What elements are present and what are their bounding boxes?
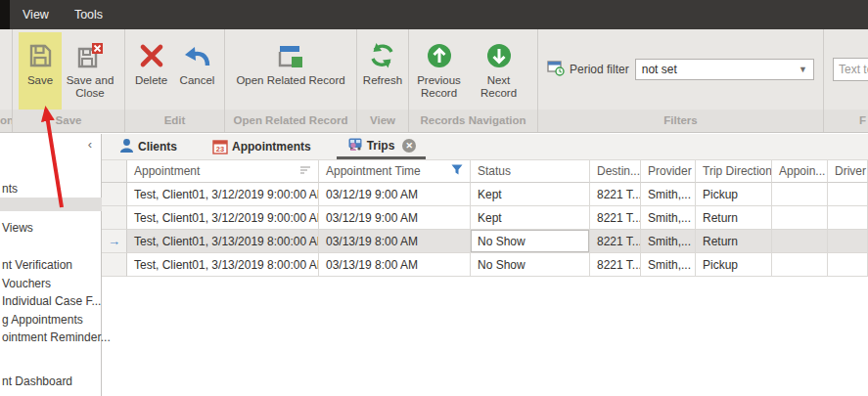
ribbon-group-clipped: on [0, 29, 13, 132]
window-corner-block [0, 0, 10, 29]
cell-provider[interactable]: Smith,... [641, 230, 696, 253]
current-row-arrow-icon: → [108, 234, 120, 248]
cell-appointment[interactable]: Test, Client01, 3/12/2019 9:00:00 AM [127, 183, 319, 206]
next-record-button[interactable]: Next Record [465, 32, 533, 110]
sidebar-item-appointment-reminder[interactable]: ointment Reminder... [2, 330, 111, 344]
cell-trip-direction[interactable]: Pickup [696, 183, 772, 206]
cell-driver[interactable] [828, 183, 868, 206]
period-filter-dropdown[interactable]: not set ▼ [635, 59, 814, 80]
chevron-down-icon: ▼ [799, 65, 807, 74]
tab-trips[interactable]: Trips ✕ [337, 134, 427, 159]
cancel-button[interactable]: Cancel [174, 32, 221, 110]
find-text-input[interactable] [833, 58, 868, 81]
cell-status[interactable]: No Show [471, 253, 590, 277]
column-header-destination[interactable]: Destin... [590, 160, 641, 183]
sidebar-item-verification[interactable]: nt Verification [2, 258, 72, 272]
sidebar-item-appointments[interactable]: g Appointments [2, 313, 83, 327]
sort-ascending-icon[interactable] [300, 164, 311, 178]
tab-clients[interactable]: Clients [110, 134, 187, 159]
main-panel: Clients 23 Appointments [102, 134, 868, 396]
cell-driver[interactable] [828, 206, 868, 230]
sidebar-collapse-button[interactable]: ‹ [88, 137, 92, 152]
cell-trip-direction[interactable]: Return [696, 206, 772, 230]
column-header-trip-direction[interactable]: Trip Direction [696, 160, 772, 183]
menu-view[interactable]: View [10, 0, 62, 29]
cell-destination[interactable]: 8221 T... [590, 253, 641, 277]
cell-destination[interactable]: 8221 T... [590, 230, 641, 253]
ribbon-group-find: F [824, 29, 868, 132]
cell-appointment-time[interactable]: 03/12/19 9:00 AM [319, 206, 471, 230]
content-area: ‹ nts Views nt Verification Vouchers Ind… [0, 134, 868, 396]
calendar-icon: 23 [212, 139, 228, 154]
cell-appointment-time[interactable]: 03/12/19 9:00 AM [319, 183, 471, 206]
row-indicator-cell [102, 183, 127, 206]
cell-status[interactable]: Kept [471, 183, 590, 206]
menu-tools[interactable]: Tools [62, 0, 115, 29]
sidebar-item-individual-case[interactable]: Individual Case F... [2, 294, 101, 308]
cell-appointment[interactable]: Test, Client01, 3/12/2019 9:00:00 AM [127, 206, 319, 230]
cell-provider[interactable]: Smith,... [641, 183, 696, 206]
cell-driver[interactable] [828, 253, 868, 277]
column-header-status[interactable]: Status [471, 160, 590, 183]
menu-bar: View Tools [0, 0, 868, 29]
delete-button[interactable]: Delete [129, 32, 174, 110]
cell-destination[interactable]: 8221 T... [590, 183, 641, 206]
sidebar-item-views[interactable]: Views [2, 221, 33, 235]
period-filter-icon [547, 59, 565, 80]
cancel-button-label: Cancel [180, 74, 215, 87]
open-related-record-button[interactable]: Open Related Record [232, 32, 349, 110]
save-and-close-icon [75, 37, 105, 74]
sidebar-item-nts[interactable]: nts [2, 182, 18, 196]
arrow-down-circle-icon [485, 37, 513, 74]
arrow-up-circle-icon [426, 37, 453, 74]
column-header-provider[interactable]: Provider [641, 160, 696, 183]
close-icon[interactable]: ✕ [402, 139, 416, 153]
previous-record-button[interactable]: Previous Record [414, 32, 465, 110]
cell-trip-direction[interactable]: Return [696, 230, 772, 253]
cell-status[interactable]: Kept [471, 206, 590, 230]
tab-clients-label: Clients [138, 140, 177, 154]
row-indicator-cell: → [102, 230, 127, 253]
column-header-appointment-time[interactable]: Appointment Time [319, 160, 471, 183]
cell-appointment-time[interactable]: 03/13/19 8:00 AM [319, 253, 471, 277]
filter-icon[interactable] [451, 164, 463, 178]
sidebar-item-dashboard[interactable]: nt Dashboard [2, 374, 72, 388]
cell-status-focused[interactable]: No Show [471, 230, 590, 253]
cell-destination[interactable]: 8221 T... [590, 206, 641, 230]
table-row-selected[interactable]: → Test, Client01, 3/13/2019 8:00:00 AM 0… [102, 230, 868, 253]
sidebar-item-highlighted[interactable] [0, 198, 102, 211]
cell-appointment[interactable]: Test, Client01, 3/13/2019 8:00:00 AM [127, 253, 319, 277]
ribbon-group-view: Refresh View [357, 29, 409, 132]
save-icon [26, 37, 54, 74]
application-window: View Tools on Save [0, 0, 868, 396]
ribbon-group-records-navigation-label: Records Navigation [409, 110, 537, 132]
cell-driver[interactable] [828, 230, 868, 253]
cell-appointment-time[interactable]: 03/13/19 8:00 AM [319, 230, 471, 253]
table-row[interactable]: Test, Client01, 3/13/2019 8:00:00 AM 03/… [102, 253, 868, 277]
ribbon-group-edit-label: Edit [125, 110, 224, 132]
cell-provider[interactable]: Smith,... [641, 253, 696, 277]
save-button-label: Save [27, 74, 53, 87]
refresh-button-label: Refresh [363, 74, 402, 87]
cell-provider[interactable]: Smith,... [641, 206, 696, 230]
delete-icon [138, 37, 165, 74]
cell-appoin[interactable] [772, 253, 828, 277]
save-and-close-button[interactable]: Save and Close [62, 32, 118, 110]
ribbon-group-find-label: F [824, 110, 868, 132]
save-button[interactable]: Save [19, 32, 62, 110]
tab-appointments[interactable]: 23 Appointments [203, 134, 321, 159]
cell-appointment[interactable]: Test, Client01, 3/13/2019 8:00:00 AM [127, 230, 319, 253]
column-header-appoin[interactable]: Appoin... [772, 160, 828, 183]
sidebar-item-vouchers[interactable]: Vouchers [2, 277, 51, 290]
refresh-button[interactable]: Refresh [359, 32, 406, 110]
cell-appoin[interactable] [772, 206, 828, 230]
cell-trip-direction[interactable]: Pickup [696, 253, 772, 277]
ribbon-group-filters-label: Filters [538, 110, 823, 132]
column-header-driver[interactable]: Driver [828, 160, 868, 183]
cell-appoin[interactable] [772, 230, 828, 253]
column-header-appointment[interactable]: Appointment [127, 160, 319, 183]
table-row[interactable]: Test, Client01, 3/12/2019 9:00:00 AM 03/… [102, 206, 868, 230]
period-filter-label: Period filter [570, 63, 629, 76]
cell-appoin[interactable] [772, 183, 828, 206]
table-row[interactable]: Test, Client01, 3/12/2019 9:00:00 AM 03/… [102, 183, 868, 206]
